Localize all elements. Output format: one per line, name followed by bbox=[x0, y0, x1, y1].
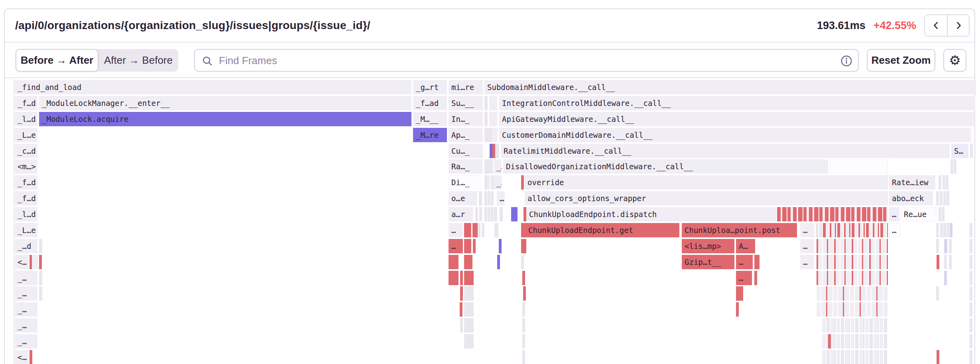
flame-sliver[interactable] bbox=[817, 286, 888, 301]
flame-frame[interactable]: _M…__ bbox=[413, 112, 447, 126]
flame-frame[interactable]: Su…__ bbox=[449, 96, 483, 110]
flame-sliver[interactable] bbox=[494, 223, 498, 237]
flame-frame[interactable]: _… bbox=[15, 286, 37, 301]
flame-sliver[interactable] bbox=[817, 302, 888, 317]
flame-sliver[interactable] bbox=[487, 175, 490, 190]
flame-frame[interactable]: _ModuleLockManager.__enter__ bbox=[39, 96, 411, 110]
flame-frame[interactable]: A… bbox=[736, 239, 755, 253]
flame-frame[interactable]: _… bbox=[15, 318, 37, 333]
flame-frame[interactable]: Re…ue bbox=[901, 207, 936, 221]
flame-sliver[interactable] bbox=[482, 223, 484, 237]
flame-sliver[interactable] bbox=[970, 286, 972, 301]
flame-sliver[interactable] bbox=[946, 175, 949, 190]
flame-sliver[interactable] bbox=[521, 175, 524, 190]
flame-sliver[interactable] bbox=[819, 223, 822, 237]
flame-frame[interactable]: … bbox=[736, 255, 753, 269]
flame-frame[interactable]: _c…d bbox=[15, 144, 37, 158]
flame-frame[interactable]: Rate…iew bbox=[889, 175, 935, 190]
flame-frame[interactable]: _l…d bbox=[15, 112, 37, 126]
flame-frame[interactable]: Di…_ bbox=[449, 175, 480, 190]
flame-sliver[interactable] bbox=[484, 207, 487, 221]
flame-sliver[interactable] bbox=[484, 191, 487, 205]
flame-sliver[interactable] bbox=[499, 239, 502, 253]
flame-frame[interactable]: SubdomainMiddleware.__call__ bbox=[484, 80, 976, 94]
flame-sliver[interactable] bbox=[816, 223, 819, 237]
flame-sliver[interactable] bbox=[521, 255, 524, 269]
flame-sliver[interactable] bbox=[950, 223, 952, 237]
flame-sliver[interactable] bbox=[490, 144, 492, 158]
flame-frame[interactable]: ChunkUploadEndpoint.dispatch bbox=[526, 207, 776, 221]
flame-sliver[interactable] bbox=[523, 286, 526, 301]
flame-frame[interactable]: Ra…_ bbox=[449, 159, 483, 174]
flame-sliver[interactable] bbox=[449, 271, 459, 285]
flame-frame[interactable]: <lis…mp> bbox=[682, 239, 734, 253]
flame-frame[interactable]: … bbox=[889, 223, 900, 237]
flame-sliver[interactable] bbox=[479, 191, 482, 205]
flame-frame[interactable]: _f…d bbox=[15, 96, 37, 110]
flame-sliver[interactable] bbox=[464, 286, 474, 301]
flame-sliver[interactable] bbox=[460, 271, 463, 285]
flame-frame[interactable]: _…d bbox=[15, 239, 37, 253]
flame-sliver[interactable] bbox=[488, 191, 490, 205]
flame-sliver[interactable] bbox=[936, 239, 939, 253]
flame-frame[interactable]: _M…re bbox=[413, 128, 447, 142]
flame-frame[interactable]: mi…re bbox=[449, 80, 483, 94]
flame-sliver[interactable] bbox=[495, 144, 499, 158]
flame-sliver[interactable] bbox=[817, 255, 888, 269]
flame-sliver[interactable] bbox=[947, 223, 949, 237]
flame-frame[interactable]: … bbox=[449, 239, 463, 253]
flame-frame[interactable]: <m…> bbox=[15, 159, 37, 174]
flame-frame[interactable]: … bbox=[800, 239, 814, 253]
flame-sliver[interactable] bbox=[523, 239, 526, 253]
flame-sliver[interactable] bbox=[489, 128, 492, 142]
flame-frame[interactable]: S… bbox=[951, 144, 968, 158]
flame-frame[interactable]: … bbox=[497, 191, 505, 205]
flame-sliver[interactable] bbox=[464, 271, 474, 285]
flame-sliver[interactable] bbox=[460, 318, 463, 333]
flame-frame[interactable]: a…r bbox=[449, 207, 473, 221]
flame-sliver[interactable] bbox=[484, 159, 487, 174]
flame-sliver[interactable] bbox=[511, 207, 518, 221]
flame-sliver[interactable] bbox=[949, 239, 952, 253]
flame-sliver[interactable] bbox=[522, 334, 525, 348]
flame-sliver[interactable] bbox=[522, 271, 525, 285]
flame-sliver[interactable] bbox=[484, 96, 488, 110]
flame-sliver[interactable] bbox=[939, 207, 941, 221]
flame-frame[interactable]: _… bbox=[494, 159, 502, 174]
flame-sliver[interactable] bbox=[491, 191, 494, 205]
flamegraph[interactable]: _find_and_load_g…rtmi…reSubdomainMiddlew… bbox=[5, 9, 974, 364]
flame-sliver[interactable] bbox=[479, 207, 482, 221]
flame-sliver[interactable] bbox=[449, 255, 459, 269]
flame-frame[interactable]: _… bbox=[15, 271, 37, 285]
flame-frame[interactable]: <… bbox=[15, 255, 29, 269]
flame-frame[interactable]: _f…ad bbox=[413, 96, 447, 110]
flame-sliver[interactable] bbox=[464, 318, 474, 333]
flame-frame[interactable]: _l…d bbox=[15, 207, 37, 221]
flame-sliver[interactable] bbox=[940, 223, 943, 237]
flame-sliver[interactable] bbox=[943, 191, 946, 205]
flame-frame[interactable]: override bbox=[525, 175, 888, 190]
flame-sliver[interactable] bbox=[460, 302, 462, 317]
flame-frame[interactable]: _L…e bbox=[15, 128, 37, 142]
flame-sliver[interactable] bbox=[944, 255, 947, 269]
flame-sliver[interactable] bbox=[950, 159, 953, 174]
flame-frame[interactable]: Gzip…t__ bbox=[682, 255, 734, 269]
flame-sliver[interactable] bbox=[822, 350, 888, 364]
flame-sliver[interactable] bbox=[736, 302, 739, 317]
flame-frame[interactable]: In…_ bbox=[449, 112, 483, 126]
flame-sliver[interactable] bbox=[464, 302, 474, 317]
flame-sliver[interactable] bbox=[490, 159, 493, 174]
flame-sliver[interactable] bbox=[484, 175, 487, 190]
flame-sliver[interactable] bbox=[943, 223, 946, 237]
flame-sliver[interactable] bbox=[954, 159, 956, 174]
flame-sliver[interactable] bbox=[828, 334, 831, 348]
flame-frame[interactable]: … bbox=[889, 207, 899, 221]
flame-sliver[interactable] bbox=[39, 271, 42, 285]
flame-sliver[interactable] bbox=[464, 334, 474, 348]
flame-frame[interactable]: _ModuleLock.acquire bbox=[39, 112, 411, 126]
flame-sliver[interactable] bbox=[492, 144, 495, 158]
flame-sliver[interactable] bbox=[475, 207, 478, 221]
flame-sliver[interactable] bbox=[522, 350, 525, 364]
flame-sliver[interactable] bbox=[936, 286, 939, 301]
flame-frame[interactable]: RatelimitMiddleware.__call__ bbox=[501, 144, 950, 158]
